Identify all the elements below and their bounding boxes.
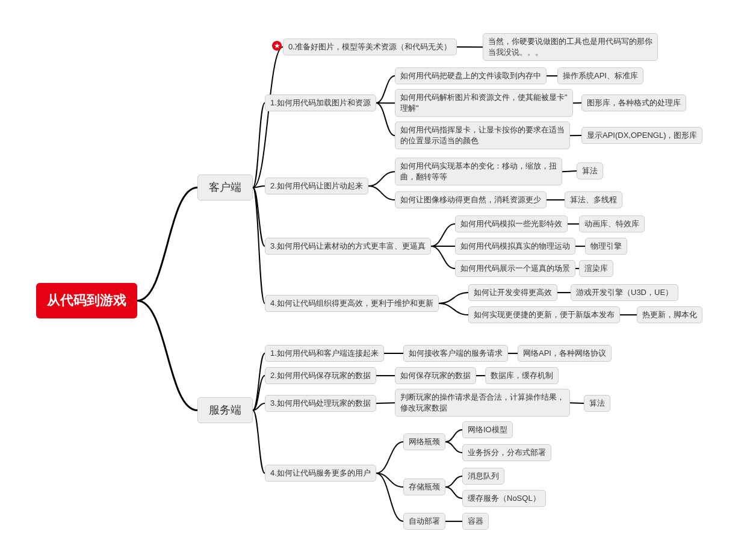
server-b4-c2-a2: 缓存服务（NoSQL）: [462, 490, 546, 507]
server-b2-c1-a: 数据库，缓存机制: [485, 367, 559, 384]
server-b3-c1-a: 算法: [584, 395, 610, 412]
client-b1: 1.如何用代码加载图片和资源: [265, 95, 376, 111]
server-b4-c1-a1: 网络IO模型: [462, 421, 513, 438]
server-b1: 1.如何用代码和客户端连接起来: [265, 345, 384, 362]
client-b3-c2-a: 物理引擎: [585, 238, 627, 255]
branch-client: 客户端: [197, 175, 253, 200]
client-b3-c1-a: 动画库、特效库: [579, 216, 645, 232]
server-b4-c1-a2: 业务拆分，分布式部署: [462, 444, 551, 461]
server-b1-c1-a: 网络API，各种网络协议: [518, 345, 612, 362]
client-b1-c1-a: 操作系统API、标准库: [557, 67, 643, 84]
server-b3: 3.如何用代码处理玩家的数据: [265, 395, 376, 412]
server-b4-c2-a1: 消息队列: [462, 468, 504, 485]
client-b2-c2-a: 算法、多线程: [565, 191, 622, 208]
client-b3: 3.如何用代码让素材动的方式更丰富、更逼真: [265, 238, 431, 255]
client-b2-c2-q: 如何让图像移动得更自然，消耗资源更少: [395, 191, 547, 208]
client-b2: 2.如何用代码让图片动起来: [265, 178, 368, 194]
client-b4-c1-a: 游戏开发引擎（U3D，UE）: [571, 284, 678, 301]
star-icon: ★: [272, 41, 282, 51]
client-b4-c2-a: 热更新，脚本化: [637, 306, 702, 323]
client-b1-c1-q: 如何用代码把硬盘上的文件读取到内存中: [395, 67, 547, 84]
server-b4-c3-q: 自动部署: [403, 513, 445, 530]
client-b3-c3-q: 如何用代码展示一个逼真的场景: [455, 260, 575, 277]
client-b0: 0.准备好图片，模型等美术资源（和代码无关）: [283, 39, 457, 55]
branch-server: 服务端: [197, 397, 253, 423]
server-b4: 4.如何让代码服务更多的用户: [265, 465, 376, 482]
client-b2-c1-q: 如何用代码实现基本的变化：移动，缩放，扭 曲，翻转等等: [395, 158, 562, 185]
client-b1-c3-q: 如何用代码指挥显卡，让显卡按你的要求在适当 的位置显示适当的颜色: [395, 122, 570, 149]
server-b4-c1-q: 网络瓶颈: [403, 433, 445, 450]
client-b4-c1-q: 如何让开发变得更高效: [468, 284, 557, 301]
server-b3-c1-q: 判断玩家的操作请求是否合法，计算操作结果， 修改玩家数据: [395, 389, 570, 417]
server-b2: 2.如何用代码保存玩家的数据: [265, 367, 376, 384]
client-b0-note: 当然，你硬要说做图的工具也是用代码写的那你 当我没说。。。: [483, 33, 658, 61]
client-b3-c2-q: 如何用代码模拟真实的物理运动: [455, 238, 575, 255]
server-b4-c3-a: 容器: [462, 513, 489, 530]
client-b1-c2-a: 图形库，各种格式的处理库: [581, 95, 686, 111]
client-b1-c2-q: 如何用代码解析图片和资源文件，使其能被显卡" 理解": [395, 89, 573, 117]
client-b3-c3-a: 渲染库: [579, 260, 613, 277]
client-b3-c1-q: 如何用代码模拟一些光影特效: [455, 216, 568, 232]
client-b4: 4.如何让代码组织得更高效，更利于维护和更新: [265, 295, 439, 312]
server-b2-c1-q: 如何保存玩家的数据: [395, 367, 476, 384]
root-node: 从代码到游戏: [36, 283, 137, 318]
client-b1-c3-a: 显示API(DX,OPENGL)，图形库: [581, 127, 702, 144]
client-b4-c2-q: 如何实现更便捷的更新，便于新版本发布: [468, 306, 620, 323]
server-b4-c2-q: 存储瓶颈: [403, 479, 445, 495]
client-b2-c1-a: 算法: [577, 163, 603, 179]
server-b1-c1-q: 如何接收客户端的服务请求: [403, 345, 508, 362]
